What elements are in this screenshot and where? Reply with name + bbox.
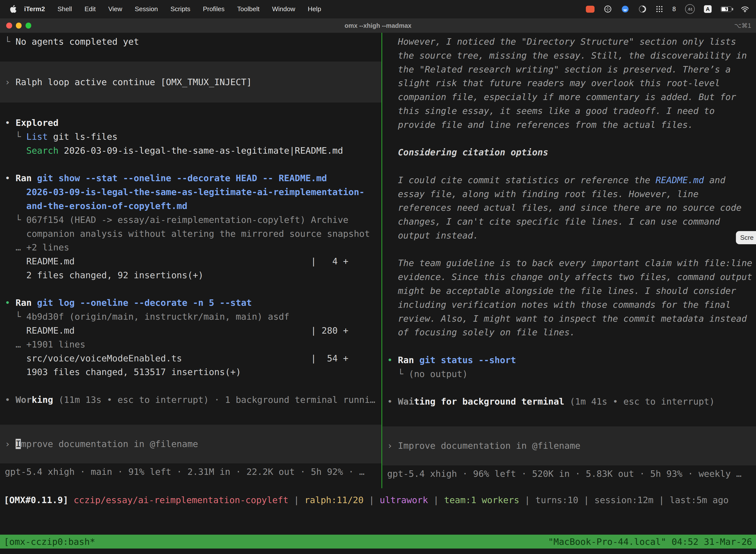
menu-item-shell[interactable]: Shell bbox=[51, 5, 78, 13]
text-segment: | bbox=[364, 495, 380, 505]
model-status-left: gpt-5.4 xhigh · main · 91% left · 2.31M … bbox=[0, 465, 381, 479]
text-segment: … +2 lines bbox=[16, 242, 69, 253]
left-pane[interactable]: └ No agents completed yet › Ralph loop a… bbox=[0, 33, 381, 488]
battery-icon[interactable] bbox=[721, 6, 732, 12]
text-segment: Ran bbox=[16, 173, 32, 183]
text-segment: README.md | 280 + bbox=[5, 325, 348, 336]
text-segment: essay file, along with finding root file… bbox=[387, 189, 698, 199]
right-scrollback: However, I noticed the "Directory Struct… bbox=[382, 35, 756, 408]
terminal-line bbox=[0, 282, 381, 296]
blue-app-icon[interactable] bbox=[621, 5, 629, 13]
text-segment: 1903 files changed, 513517 insertions(+) bbox=[5, 367, 241, 377]
apple-menu-icon[interactable] bbox=[10, 5, 16, 13]
terminal-line: the source tree, missing the essay. Stil… bbox=[382, 49, 756, 63]
terminal-line bbox=[382, 242, 756, 257]
text-segment: of focusing solely on file lines. bbox=[387, 327, 575, 337]
text-segment bbox=[414, 355, 420, 365]
text-segment: I bbox=[16, 439, 21, 449]
menu-item-window[interactable]: Window bbox=[266, 5, 302, 13]
screen-recording-indicator[interactable] bbox=[586, 6, 594, 12]
terminal-area[interactable]: └ No agents completed yet › Ralph loop a… bbox=[0, 33, 756, 488]
terminal-line: 1903 files changed, 513517 insertions(+) bbox=[0, 365, 381, 379]
text-segment: team:1 workers bbox=[444, 495, 519, 505]
agents-status-line: └ No agents completed yet bbox=[0, 35, 381, 49]
menu-item-toolbelt[interactable]: Toolbelt bbox=[231, 5, 266, 13]
prompt-line-left: › Improve documentation in @filename bbox=[0, 437, 381, 451]
text-segment: including verification notes with those … bbox=[387, 299, 731, 310]
text-segment: 2026-03-09-is-legal-the-same-as-legitima… bbox=[26, 187, 365, 197]
text-segment: └ bbox=[5, 312, 26, 322]
text-segment: 067f154 (HEAD -> essay/ai-reimplementati… bbox=[26, 215, 349, 225]
text-segment: └ bbox=[387, 369, 409, 379]
menu-item-profiles[interactable]: Profiles bbox=[197, 5, 231, 13]
text-segment: 2 files changed, 92 insertions(+) bbox=[5, 270, 203, 280]
input-source-icon[interactable]: A bbox=[704, 5, 712, 13]
menu-item-session[interactable]: Session bbox=[128, 5, 164, 13]
text-segment: › bbox=[5, 439, 15, 449]
text-segment bbox=[68, 495, 74, 505]
text-segment: the "Related research writing" section i… bbox=[387, 64, 731, 74]
text-segment: • bbox=[5, 173, 15, 183]
text-segment bbox=[5, 201, 26, 211]
window-shortcut-badge: ⌥⌘1 bbox=[734, 22, 751, 29]
text-segment: List bbox=[26, 131, 48, 142]
menu-items: iTerm2ShellEditViewSessionScriptsProfile… bbox=[18, 5, 327, 13]
text-segment: Improve documentation in @filename bbox=[398, 441, 580, 451]
text-segment: However, I noticed the "Directory Struct… bbox=[387, 37, 736, 47]
prompt-input-left[interactable]: › Improve documentation in @filename bbox=[0, 425, 381, 464]
terminal-line: Considering citation options bbox=[382, 146, 756, 159]
menu-item-help[interactable]: Help bbox=[302, 5, 328, 13]
close-button[interactable] bbox=[6, 22, 12, 28]
zoom-button[interactable] bbox=[25, 22, 31, 28]
menu-item-scripts[interactable]: Scripts bbox=[164, 5, 197, 13]
text-segment: No agents completed yet bbox=[16, 37, 139, 47]
text-segment: provide file and line references from th… bbox=[387, 120, 693, 130]
dark-circle-app-icon[interactable] bbox=[638, 5, 647, 13]
text-segment bbox=[5, 242, 15, 253]
left-scrollback: • Explored └ List git ls-files Search 20… bbox=[0, 116, 381, 406]
text-segment: … +1901 lines bbox=[16, 339, 85, 349]
model-status-right: gpt-5.4 xhigh · 96% left · 520K in · 5.8… bbox=[382, 467, 756, 481]
text-segment: ultrawork bbox=[380, 495, 428, 505]
text-segment: king bbox=[32, 395, 53, 405]
prompt-input-right[interactable]: › Improve documentation in @filename bbox=[382, 427, 756, 465]
text-segment: mprove documentation in @filename bbox=[21, 439, 198, 449]
text-segment: › bbox=[5, 77, 15, 87]
menu-item-view[interactable]: View bbox=[102, 5, 128, 13]
text-segment bbox=[5, 146, 26, 156]
text-segment: Ran bbox=[398, 355, 414, 365]
right-pane[interactable]: However, I noticed the "Directory Struct… bbox=[382, 33, 756, 488]
terminal-line: The team guideline is to back every impo… bbox=[382, 256, 756, 270]
tmux-session-label: [omx-cczip0:bash* bbox=[4, 537, 95, 547]
eight-icon[interactable]: 8 bbox=[672, 5, 676, 13]
terminal-line: this single essay, it seems like a good … bbox=[382, 104, 756, 118]
text-segment: git ls-files bbox=[48, 131, 118, 142]
text-segment: I could cite commit statistics or refere… bbox=[387, 175, 655, 185]
text-segment: [OMX#0.11.9] bbox=[4, 495, 68, 505]
terminal-line: of focusing solely on file lines. bbox=[382, 325, 756, 339]
terminal-line: provide file and line references from th… bbox=[382, 118, 756, 132]
text-segment: git log --oneline --decorate -n 5 --stat bbox=[37, 297, 252, 308]
wifi-icon[interactable] bbox=[741, 6, 749, 12]
terminal-line bbox=[382, 339, 756, 353]
text-segment: git status --short bbox=[420, 355, 516, 365]
terminal-line: might be acceptable alongside the file l… bbox=[382, 284, 756, 298]
text-segment bbox=[32, 173, 37, 183]
window-title-bar[interactable]: omx --xhigh --madmax ⌥⌘1 bbox=[0, 18, 756, 33]
screen-sharing-overlay[interactable]: Scre bbox=[736, 231, 756, 244]
menu-item-iterm2[interactable]: iTerm2 bbox=[18, 5, 51, 13]
dots-circle-icon[interactable] bbox=[604, 5, 612, 13]
text-segment: and-the-erosion-of-copyleft.md bbox=[26, 201, 187, 211]
text-segment bbox=[32, 297, 37, 308]
meter-icon[interactable]: .61 bbox=[685, 4, 695, 14]
terminal-line: README.md | 4 + bbox=[0, 255, 381, 268]
text-segment: Ran bbox=[16, 297, 32, 308]
terminal-line: └ 067f154 (HEAD -> essay/ai-reimplementa… bbox=[0, 213, 381, 227]
text-segment: The team guideline is to back every impo… bbox=[387, 258, 752, 268]
text-segment: references need actual files, and since … bbox=[387, 203, 742, 213]
window-title: omx --xhigh --madmax bbox=[0, 22, 756, 29]
minimize-button[interactable] bbox=[16, 22, 21, 28]
app-grid-icon[interactable] bbox=[656, 5, 663, 13]
menu-item-edit[interactable]: Edit bbox=[78, 5, 102, 13]
screen: iTerm2ShellEditViewSessionScriptsProfile… bbox=[0, 0, 756, 554]
